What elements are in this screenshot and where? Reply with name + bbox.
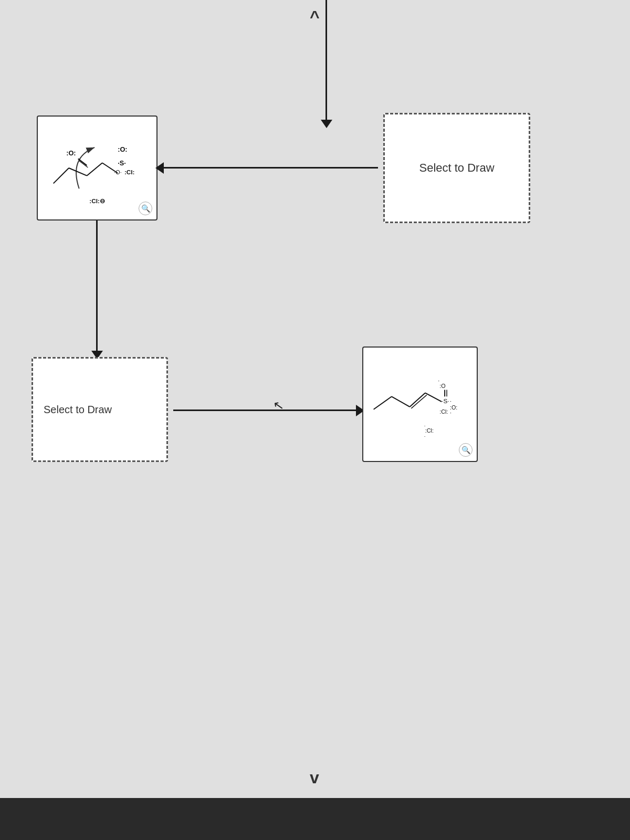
arrow-down-left (96, 220, 98, 352)
svg-text:·O·: ·O· (114, 169, 121, 175)
arrow-right (173, 410, 357, 411)
svg-text:·S·: ·S· (118, 159, 126, 167)
select-draw-box-bottom[interactable]: Select to Draw (32, 357, 168, 462)
svg-text::Cl:: :Cl: (425, 427, 434, 434)
svg-text:·: · (450, 410, 452, 416)
svg-line-15 (410, 393, 425, 407)
svg-line-1 (54, 168, 69, 183)
svg-text::Cl:: :Cl: (439, 408, 448, 415)
chem-svg-topleft: :O: :O: ·S· ·O· :Cl: :Cl:⊖ (38, 117, 156, 219)
taskbar (0, 798, 630, 840)
svg-text::Cl:⊖: :Cl:⊖ (89, 197, 105, 204)
main-container: ^ :O: :O: ·S· (0, 0, 630, 840)
svg-text:·S·: ·S· (442, 397, 449, 404)
chevron-up-icon[interactable]: ^ (310, 7, 320, 27)
svg-text:·: · (424, 433, 426, 439)
svg-text:·: · (450, 398, 452, 404)
chem-svg-bottomright: · :O ·S· · :O: · :Cl: :Cl: · · (363, 348, 477, 461)
cursor-icon: ↖ (272, 397, 285, 413)
zoom-icon-bottomright[interactable]: 🔍 (459, 443, 472, 457)
zoom-icon-topleft[interactable]: 🔍 (139, 202, 152, 215)
zoom-symbol: 🔍 (141, 204, 150, 213)
svg-line-13 (374, 396, 392, 410)
svg-line-7 (79, 161, 88, 167)
svg-line-14 (392, 396, 410, 407)
svg-text::Cl:: :Cl: (124, 169, 135, 175)
svg-text::O:: :O: (118, 145, 127, 153)
svg-text:·: · (424, 423, 426, 428)
select-draw-label-bottom: Select to Draw (44, 404, 112, 416)
svg-line-6 (78, 159, 87, 165)
select-draw-label-top: Select to Draw (419, 161, 494, 175)
svg-line-3 (87, 163, 102, 176)
svg-text::O: :O (439, 383, 445, 389)
arrow-top-down (326, 0, 327, 121)
arrow-left (163, 167, 378, 169)
svg-text::O:: :O: (66, 149, 76, 157)
chevron-down-icon[interactable]: v (310, 768, 319, 788)
svg-line-16 (411, 395, 426, 408)
chem-structure-topleft[interactable]: :O: :O: ·S· ·O· :Cl: :Cl:⊖ 🔍 (37, 116, 158, 220)
zoom-symbol-bottom: 🔍 (461, 446, 470, 454)
svg-line-17 (425, 393, 442, 402)
chem-structure-bottomright[interactable]: · :O ·S· · :O: · :Cl: :Cl: · · 🔍 (362, 346, 478, 462)
svg-line-2 (69, 168, 87, 176)
select-draw-box-top[interactable]: Select to Draw (383, 113, 530, 223)
